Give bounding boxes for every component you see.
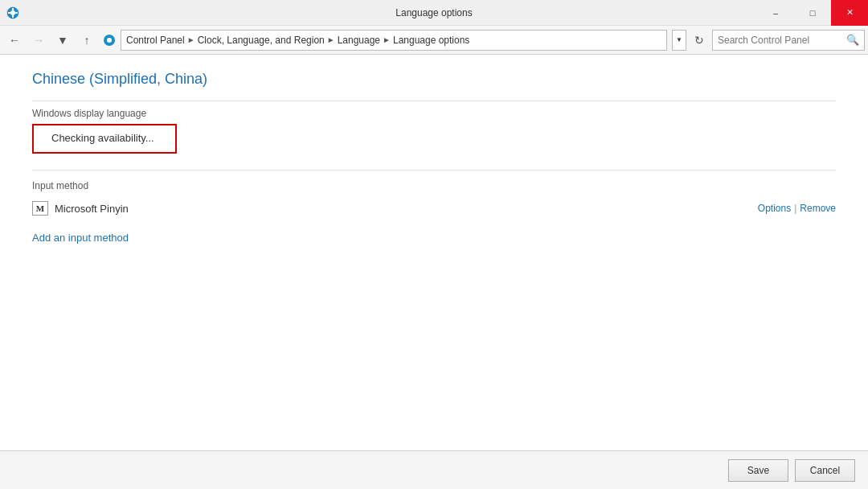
title-bar: Language options – □ ✕ xyxy=(0,0,868,26)
svg-rect-4 xyxy=(8,12,10,14)
breadcrumb-bar: Control Panel ► Clock, Language, and Reg… xyxy=(121,30,667,51)
minimize-button[interactable]: – xyxy=(757,0,794,26)
breadcrumb-language-options: Language options xyxy=(393,35,469,46)
breadcrumb-arrow-1: ► xyxy=(187,35,195,44)
dropdown-button[interactable]: ▼ xyxy=(51,29,74,51)
breadcrumb-arrow-3: ► xyxy=(383,35,391,44)
divider-1 xyxy=(32,101,836,101)
checking-availability-text: Checking availability... xyxy=(43,132,166,144)
svg-point-1 xyxy=(10,10,15,15)
svg-rect-3 xyxy=(12,15,14,18)
back-button[interactable]: ← xyxy=(3,29,26,51)
maximize-button[interactable]: □ xyxy=(794,0,831,26)
svg-rect-2 xyxy=(12,8,14,10)
up-button[interactable]: ↑ xyxy=(76,29,98,51)
app-icon xyxy=(6,6,19,19)
main-content: Chinese (Simplified, China) Windows disp… xyxy=(0,55,868,450)
refresh-button[interactable]: ↻ xyxy=(688,30,710,51)
input-method-name: Microsoft Pinyin xyxy=(55,203,129,215)
breadcrumb-clock[interactable]: Clock, Language, and Region xyxy=(198,35,325,46)
title-bar-left xyxy=(6,6,19,19)
remove-link[interactable]: Remove xyxy=(800,203,836,214)
search-box: 🔍 xyxy=(712,30,865,51)
input-method-header: Input method xyxy=(32,180,836,191)
add-input-method-link[interactable]: Add an input method xyxy=(32,232,129,244)
display-language-label: Windows display language xyxy=(32,108,836,119)
input-method-icon: M xyxy=(32,201,48,216)
content-panel: Chinese (Simplified, China) Windows disp… xyxy=(0,55,868,450)
close-button[interactable]: ✕ xyxy=(831,0,868,26)
window-controls: – □ ✕ xyxy=(757,0,868,26)
input-method-section: Input method M Microsoft Pinyin Options … xyxy=(32,180,836,244)
action-separator: | xyxy=(794,203,796,214)
breadcrumb-control-panel[interactable]: Control Panel xyxy=(126,35,185,46)
window-title: Language options xyxy=(395,7,472,18)
language-title: Chinese (Simplified, China) xyxy=(32,71,836,88)
cancel-button[interactable]: Cancel xyxy=(795,459,855,482)
cp-icon xyxy=(103,34,116,47)
save-button[interactable]: Save xyxy=(728,459,788,482)
svg-point-7 xyxy=(107,38,112,43)
divider-2 xyxy=(32,170,836,171)
breadcrumb-dropdown-button[interactable]: ▼ xyxy=(672,30,686,51)
input-method-left: M Microsoft Pinyin xyxy=(32,201,129,216)
display-language-box: Checking availability... xyxy=(32,124,177,154)
breadcrumb-language[interactable]: Language xyxy=(338,35,380,46)
svg-rect-5 xyxy=(15,12,18,14)
search-input[interactable] xyxy=(718,35,845,46)
options-link[interactable]: Options xyxy=(758,203,791,214)
search-icon[interactable]: 🔍 xyxy=(845,32,861,48)
input-method-row: M Microsoft Pinyin Options | Remove xyxy=(32,198,836,219)
address-bar: ← → ▼ ↑ Control Panel ► Clock, Language,… xyxy=(0,26,868,55)
forward-button[interactable]: → xyxy=(27,29,50,51)
input-method-actions: Options | Remove xyxy=(758,203,836,214)
bottom-bar: Save Cancel xyxy=(0,450,868,489)
breadcrumb-arrow-2: ► xyxy=(327,35,335,44)
